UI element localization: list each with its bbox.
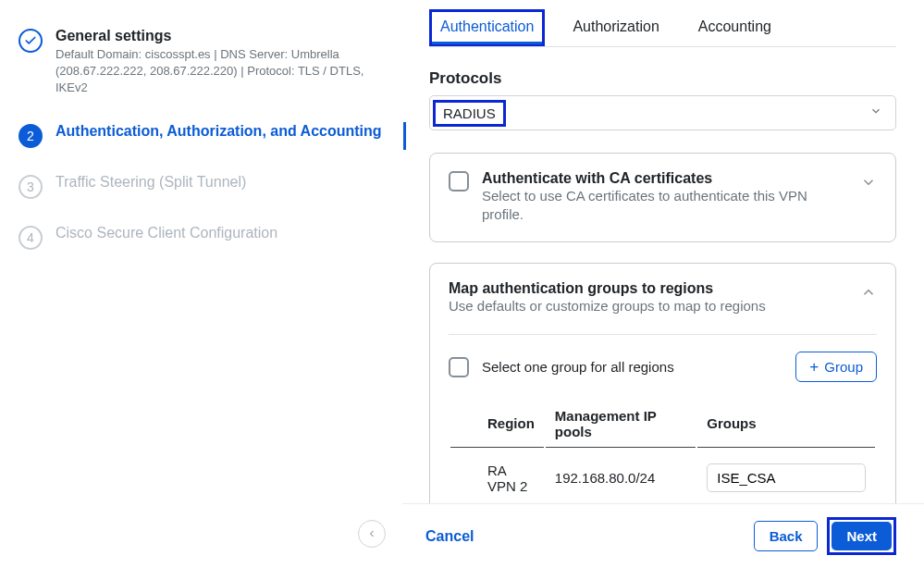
next-button[interactable]: Next — [832, 522, 892, 550]
add-group-button[interactable]: + Group — [795, 352, 877, 382]
wizard-footer: Cancel Back Next — [402, 503, 924, 568]
step-subtitle: Default Domain: ciscosspt.es | DNS Serve… — [55, 46, 384, 97]
step-number: 4 — [18, 226, 43, 250]
active-step-marker — [403, 122, 406, 150]
ca-cert-checkbox[interactable] — [449, 171, 469, 191]
tab-accounting[interactable]: Accounting — [687, 9, 782, 46]
select-one-group-label: Select one group for all regions — [482, 359, 674, 375]
step-general-settings[interactable]: General settings Default Domain: ciscoss… — [18, 28, 384, 97]
group-map-title: Map authentication groups to regions — [449, 280, 766, 297]
tab-authorization[interactable]: Authorization — [561, 9, 670, 46]
collapse-sidebar-button[interactable] — [358, 520, 386, 548]
cancel-button[interactable]: Cancel — [425, 528, 474, 545]
chevron-down-icon[interactable] — [860, 174, 877, 194]
col-groups: Groups — [697, 401, 875, 448]
step-number: 3 — [18, 175, 43, 199]
select-one-group-checkbox[interactable] — [449, 357, 469, 377]
chevron-down-icon — [869, 105, 882, 121]
aaa-tabs: Authentication Authorization Accounting — [429, 9, 896, 47]
check-icon — [18, 29, 43, 53]
step-aaa[interactable]: 2 Authentication, Authorization, and Acc… — [18, 123, 384, 148]
step-title: Authentication, Authorization, and Accou… — [55, 123, 382, 140]
ca-cert-sub: Select to use CA certificates to authent… — [482, 187, 847, 225]
step-number: 2 — [18, 124, 43, 148]
cell-region: RA VPN 2 — [450, 450, 544, 508]
step-traffic-steering[interactable]: 3 Traffic Steering (Split Tunnel) — [18, 174, 384, 199]
back-button[interactable]: Back — [754, 521, 819, 551]
add-group-label: Group — [824, 359, 863, 375]
step-title: Cisco Secure Client Configuration — [55, 225, 277, 241]
chevron-up-icon[interactable] — [860, 284, 877, 304]
ca-cert-card: Authenticate with CA certificates Select… — [429, 153, 896, 242]
wizard-sidebar: General settings Default Domain: ciscoss… — [0, 0, 402, 568]
col-pools: Management IP pools — [546, 401, 696, 448]
group-input[interactable] — [707, 463, 866, 492]
protocols-select[interactable]: RADIUS — [429, 95, 896, 130]
table-row: RA VPN 2 192.168.80.0/24 — [450, 450, 875, 508]
step-title: General settings — [55, 28, 384, 44]
group-map-sub: Use defaults or customize groups to map … — [449, 297, 766, 315]
main-panel: Authentication Authorization Accounting … — [402, 0, 924, 568]
protocols-heading: Protocols — [429, 69, 896, 88]
step-client-config[interactable]: 4 Cisco Secure Client Configuration — [18, 225, 384, 250]
tab-authentication[interactable]: Authentication — [429, 9, 545, 46]
ca-cert-title: Authenticate with CA certificates — [482, 170, 847, 187]
col-region: Region — [450, 401, 544, 448]
cell-pool: 192.168.80.0/24 — [546, 450, 696, 508]
plus-icon: + — [809, 359, 819, 375]
protocols-selected-value: RADIUS — [433, 100, 506, 127]
step-title: Traffic Steering (Split Tunnel) — [55, 174, 246, 191]
